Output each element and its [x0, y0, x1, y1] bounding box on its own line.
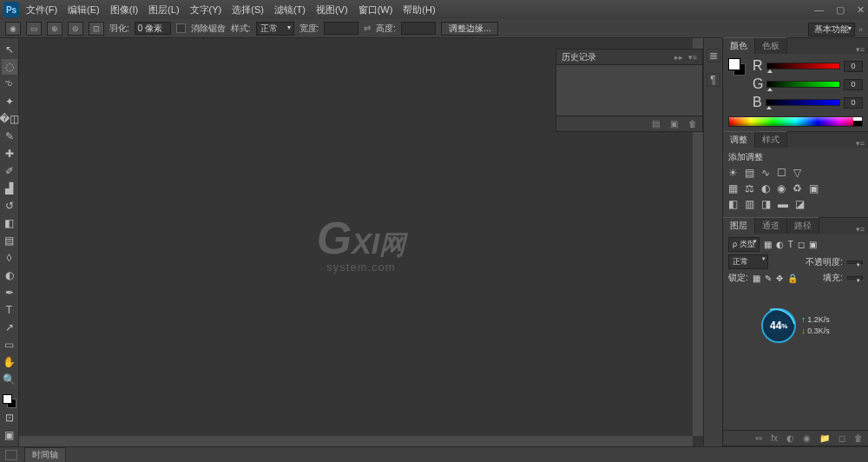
layer-adj-icon[interactable]: ◉	[803, 433, 811, 443]
menu-layer[interactable]: 图层(L)	[148, 3, 179, 16]
quickmask-icon[interactable]: ⊡	[2, 410, 17, 426]
tab-paths[interactable]: 路径	[787, 217, 819, 234]
color-panel-menu-icon[interactable]: ▾≡	[852, 45, 868, 54]
blend-mode-select[interactable]: 正常	[728, 254, 768, 269]
history-collapse-icon[interactable]: ▸▸	[674, 53, 683, 62]
crop-tool-icon[interactable]: �◫	[2, 111, 17, 127]
spectrum-strip[interactable]	[728, 116, 863, 127]
status-doc-icon[interactable]	[5, 450, 17, 460]
history-menu-icon[interactable]: ▾≡	[688, 53, 697, 62]
eraser-tool-icon[interactable]: ◧	[2, 215, 17, 231]
adj-vibrance-icon[interactable]: ▽	[793, 167, 801, 179]
feather-input[interactable]: 0 像素	[135, 22, 171, 35]
adj-posterize-icon[interactable]: ▥	[745, 198, 754, 210]
menu-help[interactable]: 帮助(H)	[403, 3, 435, 16]
color-swatch[interactable]	[3, 394, 16, 408]
history-doc-icon[interactable]: ▤	[652, 119, 660, 129]
menu-type[interactable]: 文字(Y)	[190, 3, 222, 16]
pen-tool-icon[interactable]: ✒	[2, 285, 17, 300]
shape-tool-icon[interactable]: ▭	[2, 337, 17, 353]
menu-edit[interactable]: 编辑(E)	[68, 3, 100, 16]
workspace-select[interactable]: 基本功能	[808, 23, 855, 36]
lock-all-icon[interactable]: 🔒	[787, 274, 798, 283]
adj-balance-icon[interactable]: ⚖	[745, 182, 754, 195]
layer-trash-icon[interactable]: 🗑	[854, 433, 863, 443]
r-slider[interactable]	[766, 63, 840, 69]
wand-tool-icon[interactable]: ✦	[2, 94, 17, 109]
adj-gradmap-icon[interactable]: ▬	[778, 198, 788, 210]
adj-levels-icon[interactable]: ▤	[745, 167, 754, 179]
gradient-tool-icon[interactable]: ▤	[2, 233, 17, 248]
menu-filter[interactable]: 滤镜(T)	[274, 3, 306, 16]
style-select[interactable]: 正常	[256, 22, 294, 36]
adj-bw-icon[interactable]: ◐	[761, 182, 770, 195]
layer-fx-icon[interactable]: fx	[771, 433, 778, 443]
lock-trans-icon[interactable]: ▦	[753, 274, 760, 283]
tab-layers[interactable]: 图层	[723, 217, 755, 234]
selection-sub-icon[interactable]: ⊖	[68, 22, 83, 36]
dodge-tool-icon[interactable]: ◐	[2, 267, 17, 283]
fill-input[interactable]	[847, 276, 863, 280]
layer-mask-icon[interactable]: ◐	[786, 433, 794, 443]
lock-pos-icon[interactable]: ✥	[776, 274, 783, 283]
menu-image[interactable]: 图像(I)	[110, 3, 138, 16]
eyedropper-tool-icon[interactable]: ✎	[2, 129, 17, 144]
color-preview[interactable]	[728, 58, 746, 76]
tab-color[interactable]: 颜色	[723, 37, 755, 54]
close-icon[interactable]: ✕	[857, 4, 865, 16]
filter-adj-icon[interactable]: ◐	[776, 240, 784, 249]
adjust-panel-menu-icon[interactable]: ▾≡	[852, 139, 868, 148]
tab-channels[interactable]: 通道	[755, 217, 787, 234]
tab-adjustments[interactable]: 调整	[723, 131, 755, 148]
layer-new-icon[interactable]: ◻	[838, 433, 845, 443]
b-slider[interactable]	[766, 99, 840, 106]
workspace-menu-icon[interactable]: »	[858, 25, 863, 34]
filter-pixel-icon[interactable]: ▦	[764, 240, 772, 249]
move-tool-icon[interactable]: ↖	[2, 42, 17, 57]
opacity-input[interactable]	[847, 261, 863, 264]
marquee-tool-icon[interactable]: ◌	[2, 59, 17, 75]
dock-char-icon[interactable]: ≣	[707, 49, 720, 63]
path-tool-icon[interactable]: ↗	[2, 320, 17, 335]
screenmode-icon[interactable]: ▣	[2, 427, 17, 443]
layer-kind-select[interactable]: ρ 类型	[728, 237, 760, 252]
timeline-tab[interactable]: 时间轴	[24, 447, 66, 463]
blur-tool-icon[interactable]: ◊	[2, 250, 17, 266]
type-tool-icon[interactable]: T	[2, 302, 17, 318]
lock-pixel-icon[interactable]: ✎	[765, 274, 772, 283]
layer-group-icon[interactable]: 📁	[819, 433, 830, 443]
menu-file[interactable]: 文件(F)	[26, 3, 57, 16]
adj-exposure-icon[interactable]: ☐	[777, 167, 786, 179]
brush-tool-icon[interactable]: ✐	[2, 163, 17, 179]
dock-para-icon[interactable]: ¶	[707, 73, 720, 87]
history-snapshot-icon[interactable]: ▣	[670, 119, 678, 129]
selection-new-icon[interactable]: ▭	[26, 22, 42, 36]
layer-link-icon[interactable]: ⇔	[755, 433, 762, 443]
filter-shape-icon[interactable]: ◻	[798, 240, 805, 249]
tab-styles[interactable]: 样式	[755, 131, 787, 148]
minimize-icon[interactable]: —	[814, 4, 824, 16]
history-brush-tool-icon[interactable]: ↺	[2, 198, 17, 214]
adj-selective-icon[interactable]: ◪	[795, 198, 805, 210]
selection-add-icon[interactable]: ⊕	[47, 22, 62, 36]
height-input[interactable]	[401, 22, 436, 35]
g-slider[interactable]	[766, 81, 840, 88]
swap-wh-icon[interactable]: ⇄	[364, 23, 371, 33]
fg-color-icon[interactable]	[3, 394, 12, 404]
layers-panel-menu-icon[interactable]: ▾≡	[852, 225, 868, 234]
history-tab[interactable]: 历史记录	[562, 51, 596, 63]
adj-lookup-icon[interactable]: ▣	[809, 182, 819, 195]
adj-mixer-icon[interactable]: ♻	[792, 182, 802, 195]
scrollbar-horizontal[interactable]	[19, 436, 693, 446]
refine-edge-button[interactable]: 调整边缘...	[441, 22, 498, 36]
hand-tool-icon[interactable]: ✋	[2, 354, 17, 370]
menu-select[interactable]: 选择(S)	[232, 3, 264, 16]
b-value[interactable]: 0	[844, 97, 863, 109]
width-input[interactable]	[324, 22, 358, 35]
adj-brightness-icon[interactable]: ☀	[728, 167, 738, 179]
stamp-tool-icon[interactable]: ▟	[2, 181, 17, 196]
adj-invert-icon[interactable]: ◧	[728, 198, 738, 210]
filter-type-icon[interactable]: T	[788, 240, 793, 249]
selection-intersect-icon[interactable]: ⊡	[89, 22, 104, 36]
adj-threshold-icon[interactable]: ◨	[761, 198, 771, 210]
